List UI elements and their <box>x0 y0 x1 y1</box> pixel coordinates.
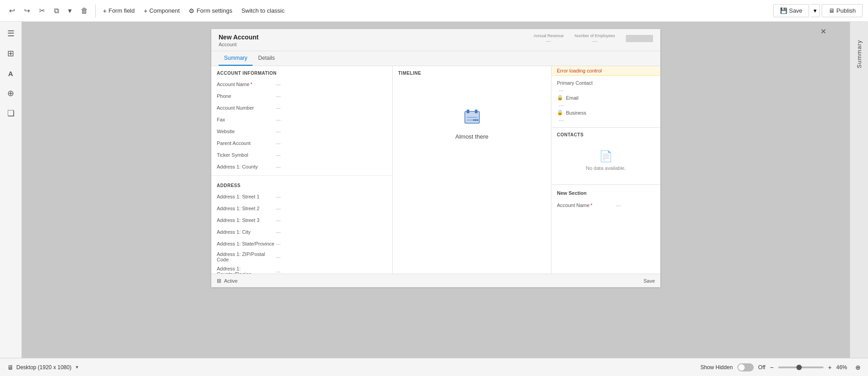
form-title: New Account <box>219 34 258 41</box>
field-value-zip: --- <box>276 254 281 260</box>
business-value: --- <box>559 117 655 123</box>
num-employees-field: Number of Employees --- <box>575 34 615 43</box>
table-row: Address 1: Street 3 --- <box>211 214 392 226</box>
tab-summary[interactable]: Summary <box>219 51 253 66</box>
add-component-button[interactable]: + Component <box>140 5 183 16</box>
table-row: Address 1: Street 2 --- <box>211 202 392 214</box>
svg-rect-2 <box>475 110 478 113</box>
table-row: Fax --- <box>211 114 392 125</box>
field-label-account-name: Account Name* <box>217 82 276 87</box>
cut-icon: ✂ <box>39 6 45 15</box>
new-section-field-label: Account Name* <box>557 202 616 208</box>
panel-close-button[interactable]: ✕ <box>819 25 828 38</box>
form-body: ACCOUNT INFORMATION Account Name* --- Ph… <box>211 66 660 279</box>
table-row: Account Name* --- <box>551 199 660 211</box>
form-settings-button[interactable]: ⚙ Form settings <box>185 5 236 16</box>
account-info-header: ACCOUNT INFORMATION <box>211 66 392 78</box>
sidebar-item-layers[interactable]: ⊕ <box>3 85 19 101</box>
svg-point-6 <box>477 119 478 121</box>
left-sidebar: ☰ ⊞ A ⊕ ❏ <box>0 22 22 376</box>
header-blur-control <box>626 35 653 42</box>
undo-icon: ↩ <box>9 6 15 15</box>
field-value-street2: --- <box>276 206 281 211</box>
form-left-column: ACCOUNT INFORMATION Account Name* --- Ph… <box>211 66 393 279</box>
form-settings-icon: ⚙ <box>189 7 195 14</box>
field-label-state: Address 1: State/Province <box>217 241 276 246</box>
fit-icon[interactable]: ⊕ <box>855 364 861 371</box>
copy-button[interactable]: ⧉ <box>50 5 63 17</box>
delete-button[interactable]: 🗑 <box>77 5 92 17</box>
field-label-city: Address 1: City <box>217 229 276 235</box>
show-hidden-toggle[interactable] <box>737 363 754 371</box>
primary-contact-section: Primary Contact --- 🔒 Email --- 🔒 Busine… <box>551 76 660 128</box>
primary-contact-value: --- <box>559 87 655 93</box>
form-tabs: Summary Details <box>211 51 660 66</box>
no-data-area: 📄 No data available. <box>557 141 655 180</box>
undo-button[interactable]: ↩ <box>5 5 19 17</box>
section-divider-1 <box>211 175 392 176</box>
field-value-account-number: --- <box>276 105 281 111</box>
form-settings-label: Form settings <box>196 7 232 14</box>
tab-details[interactable]: Details <box>253 51 280 66</box>
zoom-plus-button[interactable]: + <box>828 364 832 371</box>
toggle-state-label: Off <box>758 364 766 371</box>
bottom-left-group: 🖥 Desktop (1920 x 1080) ▾ <box>7 363 80 371</box>
form-preview: New Account Account Annual Revenue --- N… <box>211 29 660 287</box>
sidebar-item-dashboard[interactable]: ⊞ <box>3 45 19 62</box>
contacts-section: CONTACTS 📄 No data available. <box>551 128 660 184</box>
chevron-down-icon-save: ▾ <box>814 7 817 14</box>
component-label: Component <box>149 7 180 14</box>
error-loading-control: Error loading control <box>551 66 660 76</box>
plus-icon: + <box>103 7 107 14</box>
bottom-right-group: Show Hidden Off − + 46% ⊕ <box>700 363 861 371</box>
table-row: Website --- <box>211 125 392 137</box>
table-row: Account Number --- <box>211 102 392 114</box>
new-section-title: New Section <box>551 188 660 198</box>
redo-icon: ↪ <box>24 6 30 15</box>
publish-button[interactable]: 🖥 Publish <box>822 4 863 17</box>
zoom-slider[interactable] <box>778 366 824 368</box>
svg-point-5 <box>475 119 477 121</box>
timeline-icon <box>463 108 481 130</box>
dropdown-button[interactable]: ▾ <box>64 5 75 17</box>
delete-icon: 🗑 <box>81 7 88 15</box>
new-section-field-value: --- <box>616 202 621 208</box>
form-subtitle: Account <box>219 42 258 47</box>
table-row: Phone --- <box>211 90 392 102</box>
desktop-dropdown-button[interactable]: ▾ <box>74 363 80 371</box>
switch-classic-label: Switch to classic <box>241 7 284 14</box>
field-label-parent-account: Parent Account <box>217 140 276 146</box>
monitor-icon: 🖥 <box>7 364 14 371</box>
business-row: 🔒 Business <box>557 108 655 117</box>
email-row: 🔒 Email <box>557 93 655 102</box>
save-dropdown-button[interactable]: ▾ <box>811 4 820 17</box>
form-status: ⊞ Active <box>217 278 238 284</box>
right-panel-label: Summary <box>856 40 863 68</box>
address-header: ADDRESS <box>211 178 392 191</box>
field-value-account-name: --- <box>276 82 281 87</box>
field-label-zip: Address 1: ZIP/Postal Code <box>217 251 276 262</box>
status-label: Active <box>224 278 238 284</box>
save-button[interactable]: 💾 Save <box>773 4 809 17</box>
form-save-label: Save <box>644 278 655 284</box>
email-value: --- <box>559 102 655 108</box>
cut-button[interactable]: ✂ <box>35 5 49 17</box>
lock-icon-email: 🔒 <box>557 95 563 101</box>
field-value-state: --- <box>276 241 281 246</box>
sidebar-item-menu[interactable]: ☰ <box>3 25 19 42</box>
field-label-account-number: Account Number <box>217 105 276 111</box>
add-form-field-button[interactable]: + Form field <box>99 5 138 16</box>
right-summary-panel: Summary <box>850 22 868 376</box>
field-value-website: --- <box>276 129 281 134</box>
form-right-column: Error loading control Primary Contact --… <box>551 66 660 279</box>
redo-button[interactable]: ↪ <box>20 5 34 17</box>
switch-classic-button[interactable]: Switch to classic <box>238 5 288 16</box>
sidebar-item-components[interactable]: ❏ <box>3 105 19 121</box>
business-label: Business <box>566 110 586 116</box>
sidebar-item-text[interactable]: A <box>3 65 19 82</box>
zoom-minus-button[interactable]: − <box>770 364 774 371</box>
table-row: Address 1: County --- <box>211 161 392 173</box>
field-value-ticker-symbol: --- <box>276 152 281 158</box>
canvas-area: New Account Account Annual Revenue --- N… <box>22 22 850 376</box>
field-value-address-county: --- <box>276 164 281 169</box>
